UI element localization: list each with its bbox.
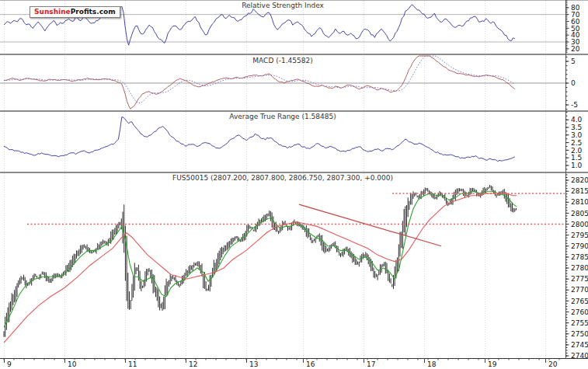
x-axis-day-label: 12	[189, 360, 197, 368]
y-axis-tick-label: 2770	[571, 286, 588, 294]
y-axis-tick-label: 2755	[571, 319, 588, 327]
y-axis-tick-label: 2780	[571, 264, 588, 272]
y-axis-tick-label: 5	[571, 57, 576, 65]
trading-chart: 8070605040302050-54.03.53.02.52.01.51.02…	[0, 0, 588, 369]
y-axis-tick-label: 2750	[571, 330, 588, 338]
y-axis-tick-label: 2745	[571, 341, 588, 349]
y-axis-tick-label: 2785	[571, 253, 588, 261]
brand-logo[interactable]: SunshineProfits.com	[30, 6, 120, 18]
x-axis-day-label: 11	[128, 360, 137, 368]
y-axis-tick-label: 2815	[571, 187, 588, 195]
y-axis-tick-label: 2795	[571, 231, 588, 239]
x-axis-day-label: 16	[306, 360, 315, 368]
y-axis-tick-label: 2820	[571, 176, 588, 184]
x-axis-day-label: 19	[488, 360, 497, 368]
ma-fast-line	[4, 191, 517, 327]
x-axis-day-label: 10	[68, 360, 77, 368]
x-axis-day-label: 13	[249, 360, 258, 368]
x-axis-day-label: 20	[548, 360, 558, 368]
x-axis-day-label: 9	[7, 360, 12, 368]
downtrend-line	[299, 204, 441, 246]
y-axis-tick-label: 20	[571, 45, 580, 53]
y-axis-tick-label: 2740	[571, 352, 588, 360]
y-axis-tick-label: 2.5	[571, 139, 582, 147]
y-axis-tick-label: 4.0	[571, 116, 583, 124]
macd-line	[4, 56, 515, 109]
y-axis-tick-label: 2810	[571, 198, 588, 206]
y-axis-tick-label: 2760	[571, 308, 588, 316]
ma-slow-line	[4, 193, 517, 343]
x-axis-day-label: 17	[367, 360, 375, 368]
atr-line	[4, 117, 515, 162]
chart-canvas[interactable]: 8070605040302050-54.03.53.02.52.01.51.02…	[0, 0, 588, 369]
y-axis-tick-label: 2765	[571, 298, 588, 305]
y-axis-tick-label: 2800	[571, 221, 588, 228]
brand-logo-sunshine: Sunshine	[34, 8, 71, 16]
y-axis-tick-label: 2790	[571, 242, 588, 250]
y-axis-tick-label: 3.0	[571, 131, 583, 139]
y-axis-tick-label: -5	[571, 101, 578, 109]
brand-logo-profits: Profits.com	[71, 8, 116, 16]
y-axis-tick-label: 3.5	[571, 124, 582, 131]
x-axis-day-label: 18	[427, 360, 437, 368]
price-bars	[4, 185, 517, 337]
y-axis-tick-label: 1.5	[571, 154, 582, 162]
y-axis-tick-label: 2.0	[571, 147, 583, 155]
y-axis-tick-label: 1.0	[571, 162, 583, 169]
y-axis-tick-label: 2775	[571, 275, 588, 283]
y-axis-tick-label: 0	[571, 79, 576, 87]
y-axis-tick-label: 2805	[571, 210, 588, 218]
